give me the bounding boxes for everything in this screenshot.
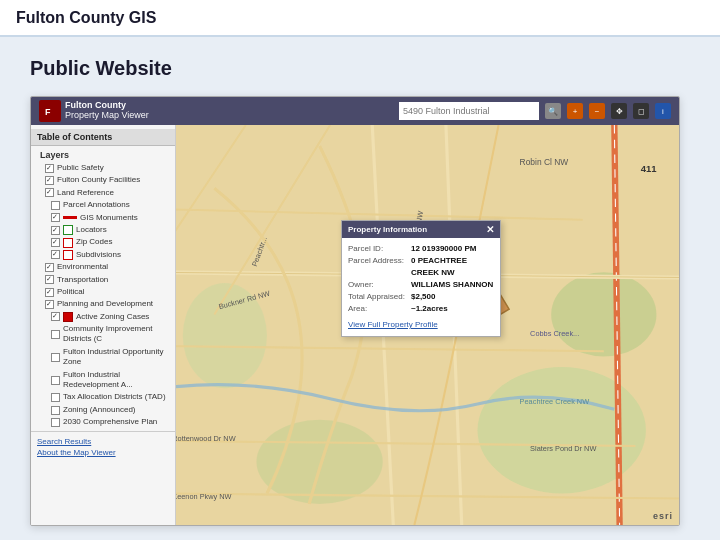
- land-ref-label: Land Reference: [57, 188, 114, 198]
- toc-item-locators: Locators: [37, 224, 169, 236]
- planning-checkbox[interactable]: [45, 300, 54, 309]
- map-search-input[interactable]: [399, 102, 539, 120]
- fira-label: Fulton Industrial Redevelopment A...: [63, 370, 169, 391]
- area-value: ~1.2acres: [411, 303, 448, 315]
- facilities-label: Fulton County Facilities: [57, 175, 140, 185]
- address-value: 0 PEACHTREE CREEK NW: [411, 255, 494, 279]
- property-popup: Property Information ✕ Parcel ID: 12 019…: [341, 220, 501, 337]
- toc-item-planning: Planning and Development: [37, 298, 169, 310]
- gis-monuments-legend: [63, 216, 77, 219]
- parcel-id-label: Parcel ID:: [348, 243, 408, 255]
- about-map-link[interactable]: About the Map Viewer: [37, 447, 169, 458]
- environmental-label: Environmental: [57, 262, 108, 272]
- parcel-ann-label: Parcel Annotations: [63, 200, 130, 210]
- map-body: Table of Contents Layers Public Safety: [31, 125, 679, 525]
- popup-title: Property Information: [348, 225, 427, 234]
- toc-item-facilities: Fulton County Facilities: [37, 174, 169, 186]
- comprehensive-plan-checkbox[interactable]: [51, 418, 60, 427]
- map-canvas[interactable]: Robin Cl NW 411 Buckner Rd NW Peachtr...…: [176, 125, 679, 525]
- toc-item-parcel-ann: Parcel Annotations: [37, 199, 169, 211]
- transportation-checkbox[interactable]: [45, 275, 54, 284]
- subdivisions-legend: [63, 250, 73, 260]
- toc-footer: Search Results About the Map Viewer: [31, 431, 175, 462]
- toc-layers-section: Layers Public Safety Fulton County Facil…: [31, 146, 175, 431]
- appraised-value: $2,500: [411, 291, 435, 303]
- toc-item-active-zoning: Active Zoning Cases: [37, 311, 169, 323]
- toc-item-fioz: Fulton Industrial Opportunity Zone: [37, 346, 169, 369]
- active-zoning-label: Active Zoning Cases: [76, 312, 149, 322]
- public-safety-checkbox[interactable]: [45, 164, 54, 173]
- toc-item-comprehensive-plan: 2030 Comprehensive Plan: [37, 416, 169, 428]
- zip-codes-legend: [63, 238, 73, 248]
- toc-layers-title: Layers: [37, 148, 169, 162]
- active-zoning-legend: [63, 312, 73, 322]
- cid-label: Community Improvement Districts (C: [63, 324, 169, 345]
- cid-checkbox[interactable]: [51, 330, 60, 339]
- facilities-checkbox[interactable]: [45, 176, 54, 185]
- tad-checkbox[interactable]: [51, 393, 60, 402]
- fira-checkbox[interactable]: [51, 376, 60, 385]
- parcel-ann-checkbox[interactable]: [51, 201, 60, 210]
- page-subtitle: Public Website: [30, 57, 690, 80]
- search-button[interactable]: 🔍: [545, 103, 561, 119]
- svg-text:Robin Cl NW: Robin Cl NW: [520, 157, 569, 167]
- search-results-link[interactable]: Search Results: [37, 436, 169, 447]
- pan-button[interactable]: ✥: [611, 103, 627, 119]
- popup-close-button[interactable]: ✕: [486, 224, 494, 235]
- map-toolbar: F Fulton County Property Map Viewer 🔍 + …: [31, 97, 679, 125]
- toc-item-tad: Tax Allocation Districts (TAD): [37, 391, 169, 403]
- popup-appraised-row: Total Appraised: $2,500: [348, 291, 494, 303]
- select-button[interactable]: ◻: [633, 103, 649, 119]
- environmental-checkbox[interactable]: [45, 263, 54, 272]
- land-ref-checkbox[interactable]: [45, 188, 54, 197]
- parcel-id-value: 12 019390000 PM: [411, 243, 476, 255]
- svg-text:411: 411: [641, 163, 657, 174]
- svg-text:Keenon Pkwy NW: Keenon Pkwy NW: [176, 492, 232, 501]
- table-of-contents: Table of Contents Layers Public Safety: [31, 125, 176, 525]
- gis-monuments-checkbox[interactable]: [51, 213, 60, 222]
- owner-value: WILLIAMS SHANNON: [411, 279, 493, 291]
- toolbar-logo-text: Fulton County Property Map Viewer: [65, 101, 149, 121]
- toc-item-zip-codes: Zip Codes: [37, 236, 169, 248]
- toc-item-zoning-announced: Zoning (Announced): [37, 404, 169, 416]
- political-label: Political: [57, 287, 85, 297]
- fioz-label: Fulton Industrial Opportunity Zone: [63, 347, 169, 368]
- svg-text:Peachtree Creek NW: Peachtree Creek NW: [520, 397, 590, 406]
- info-button[interactable]: i: [655, 103, 671, 119]
- zoom-in-button[interactable]: +: [567, 103, 583, 119]
- toc-header: Table of Contents: [31, 129, 175, 146]
- address-label: Parcel Address:: [348, 255, 408, 279]
- map-viewer: F Fulton County Property Map Viewer 🔍 + …: [30, 96, 680, 526]
- zoom-out-button[interactable]: −: [589, 103, 605, 119]
- toc-item-public-safety: Public Safety: [37, 162, 169, 174]
- popup-parcel-id-row: Parcel ID: 12 019390000 PM: [348, 243, 494, 255]
- fioz-checkbox[interactable]: [51, 353, 60, 362]
- popup-owner-row: Owner: WILLIAMS SHANNON: [348, 279, 494, 291]
- toc-item-gis-monuments: GIS Monuments: [37, 212, 169, 224]
- toc-item-subdivisions: Subdivisions: [37, 249, 169, 261]
- subdivisions-label: Subdivisions: [76, 250, 121, 260]
- layers-label: Layers: [40, 150, 69, 160]
- header: Fulton County GIS: [0, 0, 720, 37]
- owner-label: Owner:: [348, 279, 408, 291]
- property-profile-link[interactable]: View Full Property Profile: [348, 319, 494, 331]
- esri-watermark: esri: [653, 511, 673, 521]
- tad-label: Tax Allocation Districts (TAD): [63, 392, 166, 402]
- svg-text:Slaters Pond Dr NW: Slaters Pond Dr NW: [530, 444, 596, 453]
- locators-checkbox[interactable]: [51, 226, 60, 235]
- political-checkbox[interactable]: [45, 288, 54, 297]
- svg-point-4: [551, 272, 656, 356]
- toc-item-transportation: Transportation: [37, 274, 169, 286]
- active-zoning-checkbox[interactable]: [51, 312, 60, 321]
- main-content: Public Website F Fulton County Property …: [0, 37, 720, 540]
- subdivisions-checkbox[interactable]: [51, 250, 60, 259]
- gis-monuments-label: GIS Monuments: [80, 213, 138, 223]
- zip-codes-checkbox[interactable]: [51, 238, 60, 247]
- appraised-label: Total Appraised:: [348, 291, 408, 303]
- locators-label: Locators: [76, 225, 107, 235]
- area-label: Area:: [348, 303, 408, 315]
- zoning-announced-checkbox[interactable]: [51, 406, 60, 415]
- popup-address-row: Parcel Address: 0 PEACHTREE CREEK NW: [348, 255, 494, 279]
- transportation-label: Transportation: [57, 275, 108, 285]
- planning-label: Planning and Development: [57, 299, 153, 309]
